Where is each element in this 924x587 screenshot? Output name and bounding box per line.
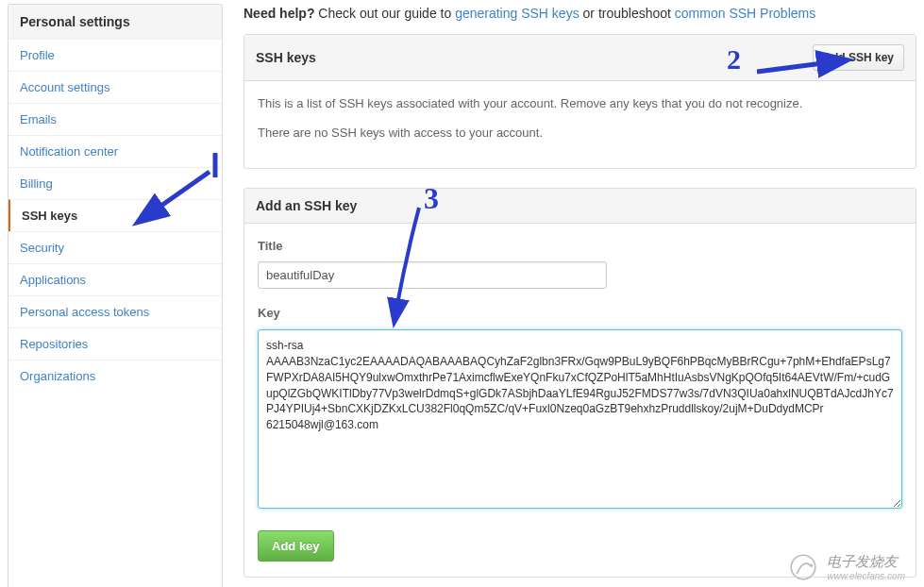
ssh-keys-header-title: SSH keys [256, 50, 316, 65]
add-ssh-key-panel-body: Title Key Add key [244, 224, 916, 577]
watermark-sub: www.elecfans.com [827, 570, 905, 582]
sidebar-item-organizations[interactable]: Organizations [8, 360, 222, 392]
sidebar-item-emails[interactable]: Emails [8, 103, 222, 135]
link-common-ssh-problems[interactable]: common SSH Problems [675, 6, 815, 21]
add-ssh-key-panel: Add an SSH key Title Key Add key [244, 188, 916, 578]
title-label: Title [258, 237, 902, 257]
ssh-keys-panel: SSH keys Add SSH key This is a list of S… [244, 34, 916, 169]
sidebar-item-security[interactable]: Security [8, 231, 222, 263]
watermark-text: 电子发烧友 [827, 552, 905, 571]
watermark-logo-icon [787, 551, 819, 583]
watermark: 电子发烧友 www.elecfans.com [787, 551, 905, 583]
help-bold: Need help? [244, 6, 314, 21]
sidebar-item-applications[interactable]: Applications [8, 263, 222, 295]
sidebar-item-personal-access-tokens[interactable]: Personal access tokens [8, 295, 222, 327]
title-input[interactable] [258, 261, 607, 289]
add-ssh-key-button[interactable]: Add SSH key [813, 44, 904, 71]
sidebar-item-account-settings[interactable]: Account settings [8, 71, 222, 103]
key-textarea[interactable] [258, 329, 902, 509]
sidebar-header: Personal settings [8, 5, 222, 39]
ssh-keys-desc-1: This is a list of SSH keys associated wi… [258, 94, 902, 114]
add-ssh-key-header-title: Add an SSH key [256, 198, 357, 213]
ssh-keys-desc-2: There are no SSH keys with access to you… [258, 124, 902, 143]
sidebar: Personal settings Profile Account settin… [8, 4, 223, 587]
key-label: Key [258, 304, 902, 324]
ssh-keys-panel-body: This is a list of SSH keys associated wi… [244, 81, 916, 168]
add-key-submit-button[interactable]: Add key [258, 530, 334, 562]
help-text-2: or troubleshoot [580, 6, 675, 21]
svg-point-4 [791, 555, 815, 579]
main-content: Need help? Check out our guide to genera… [223, 0, 924, 587]
help-text-1: Check out our guide to [314, 6, 455, 21]
sidebar-item-billing[interactable]: Billing [8, 167, 222, 199]
ssh-keys-panel-header: SSH keys Add SSH key [244, 35, 916, 81]
sidebar-item-notification-center[interactable]: Notification center [8, 135, 222, 167]
sidebar-item-repositories[interactable]: Repositories [8, 327, 222, 360]
help-line: Need help? Check out our guide to genera… [244, 6, 916, 21]
link-generating-ssh-keys[interactable]: generating SSH keys [455, 6, 580, 21]
sidebar-item-ssh-keys[interactable]: SSH keys [8, 199, 222, 231]
sidebar-item-profile[interactable]: Profile [8, 39, 222, 71]
svg-point-5 [810, 564, 813, 567]
add-ssh-key-panel-header: Add an SSH key [244, 189, 916, 224]
